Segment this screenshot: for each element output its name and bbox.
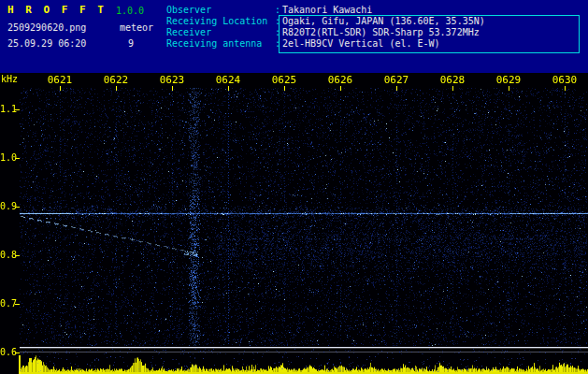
app-version: 1.0.0 [116,6,144,17]
time-tick-label: 0624 [216,75,241,85]
freq-tick-label: 0.8 [0,250,17,260]
info-label: Receiving antenna [166,38,275,50]
info-label: Observer [166,5,275,16]
output-filename: 2509290620.png [7,22,86,34]
freq-tick-label: 1.1 [0,104,17,114]
freq-tick-label: 0.6 [0,347,17,357]
spectrogram-area: kHz 062106220623062406250626062706280629… [0,73,588,374]
frequency-unit-label: kHz [1,74,18,84]
time-tick-label: 0626 [328,75,353,85]
time-tick-label: 0625 [272,75,297,85]
freq-tick-label: 1.0 [0,152,17,163]
info-value: Takanori Kawachi [282,5,485,16]
time-tick-label: 0621 [48,75,73,85]
datetime-label: 25.09.29 06:20 [7,38,86,50]
time-tick-label: 0622 [104,75,129,85]
info-row: Receiver:R820T2(RTL-SDR) SDR-Sharp 53.37… [166,27,485,38]
time-tick-label: 0628 [440,75,466,85]
app-title: H R O F F T [7,5,107,16]
header: H R O F F T 1.0.0 2509290620.png meteor … [0,0,588,73]
info-row: Receiving Location:Ogaki, Gifu, JAPAN (1… [166,16,485,27]
spectrogram-canvas [0,73,588,374]
info-row: Observer:Takanori Kawachi [166,5,485,16]
meteor-count: 9 [128,38,134,50]
info-row: Receiving antenna:2el-HB9CV Vertical (el… [166,38,485,50]
info-label: Receiver [166,27,275,38]
freq-tick-label: 0.9 [0,201,17,211]
info-value: Ogaki, Gifu, JAPAN (136.60E, 35.35N) [282,16,485,27]
hrofft-window: H R O F F T 1.0.0 2509290620.png meteor … [0,0,588,374]
time-tick-label: 0627 [384,75,409,85]
info-label: Receiving Location [166,16,275,27]
station-info: Observer:Takanori KawachiReceiving Locat… [166,5,485,50]
info-value: 2el-HB9CV Vertical (el. E-W) [282,38,485,50]
time-tick-label: 0623 [160,75,185,85]
freq-tick-label: 0.7 [0,298,17,309]
info-colon: : [275,5,282,16]
info-colon: : [275,38,282,50]
time-tick-label: 0629 [496,75,522,85]
info-colon: : [275,27,282,38]
info-value: R820T2(RTL-SDR) SDR-Sharp 53.372MHz [282,27,485,38]
time-tick-label: 0630 [552,75,578,85]
info-colon: : [275,16,282,27]
mode-label: meteor [120,22,153,34]
